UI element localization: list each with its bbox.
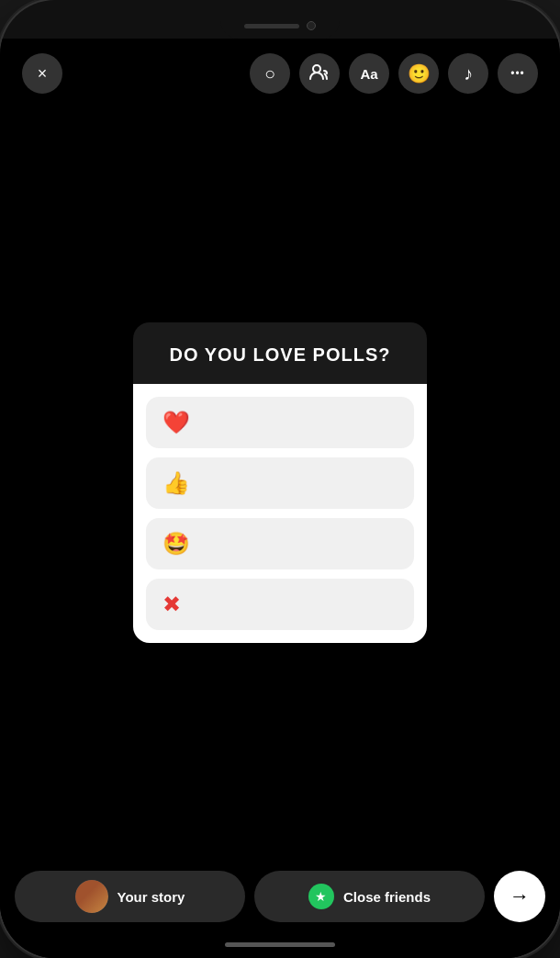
svg-point-0 [313, 65, 320, 73]
screen: × ○ Aa [0, 39, 560, 958]
notch-bar [244, 24, 299, 28]
poll-card: DO YOU LOVE POLLS? ❤️ 👍 🤩 ✖ [133, 322, 427, 643]
close-friends-icon: ★ [308, 884, 334, 909]
avatar-image [75, 880, 108, 913]
your-story-button[interactable]: Your story [15, 871, 245, 922]
home-bar [225, 942, 335, 947]
poll-options: ❤️ 👍 🤩 ✖ [133, 384, 427, 643]
front-camera [307, 21, 316, 30]
poll-option-1[interactable]: ❤️ [146, 397, 414, 448]
toolbar-center: ○ Aa 🙂 [250, 53, 538, 94]
more-icon: ••• [510, 67, 525, 80]
close-friends-label: Close friends [343, 889, 431, 905]
close-button[interactable]: × [22, 53, 62, 94]
text-button[interactable]: Aa [349, 53, 389, 94]
poll-header: DO YOU LOVE POLLS? [133, 322, 427, 384]
main-content: DO YOU LOVE POLLS? ❤️ 👍 🤩 ✖ [0, 105, 560, 860]
close-friends-button[interactable]: ★ Close friends [254, 871, 485, 922]
sticker-button[interactable]: 🙂 [398, 53, 439, 94]
option-4-emoji: ✖ [162, 592, 181, 617]
people-button[interactable] [299, 53, 340, 94]
phone-frame: × ○ Aa [0, 0, 560, 958]
poll-option-3[interactable]: 🤩 [146, 518, 414, 569]
sticker-icon: 🙂 [408, 62, 431, 85]
share-bar: Your story ★ Close friends → [0, 860, 560, 935]
poll-option-2[interactable]: 👍 [146, 457, 414, 509]
circle-button[interactable]: ○ [250, 53, 290, 94]
your-story-label: Your story [118, 889, 185, 905]
avatar [75, 880, 108, 913]
option-2-emoji: 👍 [162, 470, 190, 496]
notch [220, 13, 340, 39]
star-icon: ★ [315, 889, 327, 904]
notch-area [0, 0, 560, 39]
music-button[interactable]: ♪ [448, 53, 488, 94]
text-icon: Aa [360, 66, 377, 82]
send-button[interactable]: → [494, 871, 545, 922]
poll-question: DO YOU LOVE POLLS? [151, 344, 409, 366]
people-icon [309, 63, 330, 85]
option-3-emoji: 🤩 [162, 531, 190, 557]
circle-icon: ○ [264, 63, 275, 85]
music-icon: ♪ [464, 63, 473, 85]
send-icon: → [510, 885, 530, 908]
home-indicator [0, 935, 560, 958]
poll-option-4[interactable]: ✖ [146, 579, 414, 630]
toolbar: × ○ Aa [0, 39, 560, 105]
option-1-emoji: ❤️ [162, 410, 190, 435]
close-icon: × [38, 64, 48, 84]
more-button[interactable]: ••• [498, 53, 538, 94]
